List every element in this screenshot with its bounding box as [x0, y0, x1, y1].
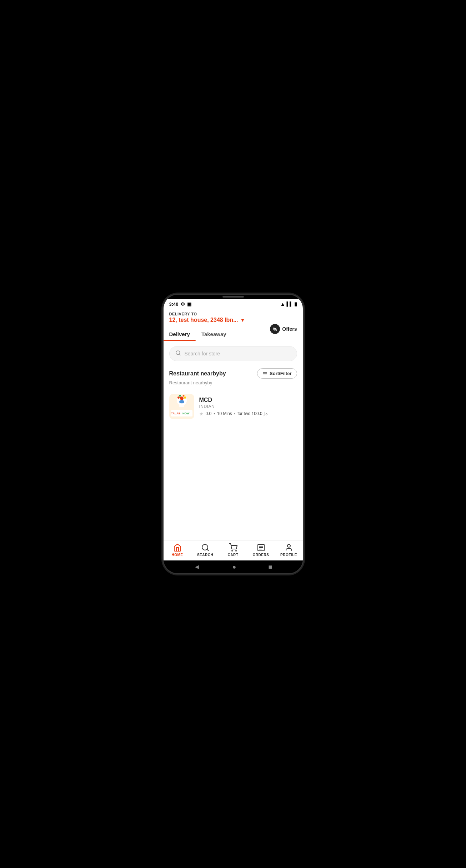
nav-label-search: SEARCH	[197, 553, 213, 557]
nav-item-orders[interactable]: ORDERS	[250, 543, 272, 557]
profile-icon	[285, 543, 293, 552]
back-button[interactable]: ◄	[194, 563, 200, 571]
svg-point-24	[287, 544, 290, 547]
search-placeholder: Search for store	[185, 351, 220, 356]
svg-line-1	[179, 354, 180, 355]
svg-point-11	[182, 395, 184, 397]
svg-point-10	[179, 395, 181, 397]
recents-button[interactable]: ■	[269, 563, 272, 571]
svg-point-8	[177, 396, 180, 399]
svg-text:TALAB: TALAB	[171, 412, 181, 415]
restaurant-info: MCD INDIAN ★ 0.0 • 10 Mins • for two 100…	[199, 397, 297, 416]
delivery-address[interactable]: 12, test house, 2348 Ibn... ▼	[169, 317, 297, 323]
offers-badge-icon: %	[270, 324, 280, 334]
percent-icon: %	[273, 326, 277, 332]
notch-bar	[164, 295, 303, 299]
bottom-nav: HOME SEARCH CART	[164, 540, 303, 560]
search-nav-icon	[201, 543, 210, 552]
offers-label: Offers	[282, 326, 297, 332]
gear-icon: ⚙	[181, 301, 185, 307]
nav-item-cart[interactable]: CART	[222, 543, 244, 557]
talabnow-logo-svg: TALAB NOW	[169, 394, 194, 419]
battery-icon: ▮	[294, 301, 297, 307]
chevron-down-icon: ▼	[240, 317, 245, 323]
price-for-two: for two 100.0 د.إ	[237, 411, 267, 416]
sim-icon: ▣	[187, 301, 191, 307]
status-bar: 3:40 ⚙ ▣ ▲ ▌▌ ▮	[164, 299, 303, 308]
nearby-header: Restaurant nearbyby Sort/Filter	[169, 368, 297, 379]
search-icon	[175, 350, 181, 357]
nav-item-home[interactable]: HOME	[167, 543, 188, 557]
orders-icon	[257, 543, 265, 552]
tab-delivery[interactable]: Delivery	[164, 328, 196, 341]
restaurant-meta: ★ 0.0 • 10 Mins • for two 100.0 د.إ	[199, 411, 297, 416]
content-spacer	[164, 423, 303, 540]
sort-filter-button[interactable]: Sort/Filter	[257, 368, 297, 379]
svg-point-18	[232, 550, 232, 551]
nearby-subtitle: Restaurant nearbyby	[169, 380, 297, 385]
restaurant-cuisine: INDIAN	[199, 404, 297, 409]
notch-pill	[222, 296, 244, 298]
svg-point-19	[236, 550, 236, 551]
nearby-title: Restaurant nearbyby	[169, 370, 226, 377]
svg-point-6	[180, 396, 184, 400]
status-right: ▲ ▌▌ ▮	[280, 301, 297, 307]
nav-label-profile: PROFILE	[280, 553, 297, 557]
tab-takeaway[interactable]: Takeaway	[196, 328, 232, 341]
home-icon	[173, 543, 182, 552]
search-bar[interactable]: Search for store	[169, 346, 297, 361]
nav-item-search[interactable]: SEARCH	[195, 543, 216, 557]
nav-label-home: HOME	[172, 553, 183, 557]
nav-item-profile[interactable]: PROFILE	[278, 543, 300, 557]
offers-button[interactable]: % Offers	[270, 324, 297, 334]
status-left: 3:40 ⚙ ▣	[169, 301, 191, 307]
rating-value: 0.0	[206, 411, 212, 416]
nav-label-orders: ORDERS	[253, 553, 269, 557]
delivery-time: 10 Mins	[217, 411, 232, 416]
phone-frame: 3:40 ⚙ ▣ ▲ ▌▌ ▮ DELIVERY TO 12, test hou…	[164, 295, 303, 573]
signal-icon: ▌▌	[286, 301, 292, 306]
sort-filter-label: Sort/Filter	[270, 371, 291, 376]
nav-label-cart: CART	[228, 553, 239, 557]
restaurant-name: MCD	[199, 397, 297, 403]
phone-screen: 3:40 ⚙ ▣ ▲ ▌▌ ▮ DELIVERY TO 12, test hou…	[164, 299, 303, 560]
delivery-label: DELIVERY TO	[169, 312, 297, 316]
dot-separator-1: •	[214, 412, 215, 416]
address-text: 12, test house, 2348 Ibn...	[169, 317, 238, 323]
time-display: 3:40	[169, 301, 179, 307]
content-area: Search for store Restaurant nearbyby Sor…	[164, 341, 303, 540]
nearby-section: Restaurant nearbyby Sort/Filter Restaura…	[164, 365, 303, 423]
search-section: Search for store	[164, 341, 303, 365]
home-button[interactable]: ●	[232, 563, 236, 571]
svg-text:NOW: NOW	[182, 412, 190, 415]
svg-rect-15	[179, 403, 184, 407]
header: DELIVERY TO 12, test house, 2348 Ibn... …	[164, 308, 303, 323]
svg-line-17	[207, 549, 208, 551]
star-icon: ★	[199, 411, 204, 416]
dot-separator-2: •	[234, 412, 236, 416]
wifi-icon: ▲	[280, 301, 285, 307]
cart-icon	[229, 543, 237, 552]
svg-point-9	[184, 396, 186, 399]
restaurant-card[interactable]: TALAB NOW MCD INDIAN ★ 0.0	[169, 390, 297, 423]
restaurant-logo: TALAB NOW	[169, 394, 194, 419]
phone-bottom-bar: ◄ ● ■	[164, 560, 303, 573]
